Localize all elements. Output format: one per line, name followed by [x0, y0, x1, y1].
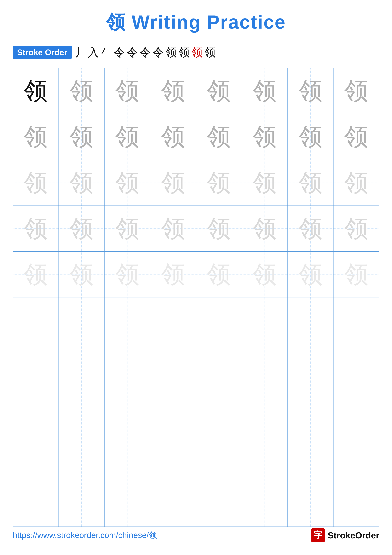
practice-char: 领 [334, 171, 379, 195]
grid-cell: 领 [104, 252, 150, 297]
grid-cell: 领 [59, 160, 105, 206]
grid-cell[interactable] [104, 389, 150, 435]
grid-cell[interactable] [104, 297, 150, 343]
grid-cell[interactable] [196, 343, 242, 389]
grid-cell[interactable] [333, 297, 379, 343]
practice-char: 领 [150, 171, 196, 195]
grid-cell[interactable] [104, 343, 150, 389]
title-text: Writing Practice [126, 11, 286, 33]
grid-cell: 领 [288, 68, 334, 114]
grid-cell[interactable] [13, 435, 59, 481]
grid-cell: 领 [13, 252, 59, 297]
grid-cell: 领 [150, 68, 196, 114]
grid-cell[interactable] [196, 435, 242, 481]
grid-cell[interactable] [150, 389, 196, 435]
practice-char: 领 [242, 171, 287, 195]
page-title: 领 Writing Practice [13, 9, 379, 35]
grid-cell[interactable] [333, 481, 379, 527]
grid-cell[interactable] [242, 297, 288, 343]
practice-char: 领 [59, 125, 104, 149]
grid-cell[interactable] [104, 435, 150, 481]
footer-url[interactable]: https://www.strokeorder.com/chinese/领 [13, 530, 157, 541]
grid-cell: 领 [196, 114, 242, 160]
practice-char: 领 [196, 79, 242, 103]
practice-char: 领 [150, 263, 196, 286]
grid-row [13, 297, 379, 343]
grid-row: 领 领 领 领 领 领 领 领 [13, 206, 379, 252]
practice-grid: 领 领 领 领 领 领 领 领 领 领 领 领 领 领 领 领 [13, 68, 379, 527]
grid-cell: 领 [13, 114, 59, 160]
practice-char: 领 [105, 217, 150, 241]
practice-char: 领 [13, 217, 58, 241]
grid-cell[interactable] [288, 389, 334, 435]
grid-cell[interactable] [59, 481, 105, 527]
stroke-8: 领 [165, 45, 177, 60]
grid-cell[interactable] [150, 343, 196, 389]
grid-cell: 领 [104, 206, 150, 252]
grid-cell[interactable] [104, 481, 150, 527]
grid-cell[interactable] [242, 389, 288, 435]
practice-char: 领 [334, 125, 379, 149]
practice-char: 领 [105, 171, 150, 195]
stroke-5: 令 [127, 45, 138, 60]
grid-cell: 领 [196, 68, 242, 114]
grid-cell[interactable] [59, 297, 105, 343]
practice-char: 领 [196, 217, 242, 241]
grid-cell[interactable] [150, 297, 196, 343]
practice-char: 领 [105, 263, 150, 286]
grid-row [13, 481, 379, 527]
practice-char: 领 [334, 263, 379, 286]
grid-cell[interactable] [242, 435, 288, 481]
grid-cell[interactable] [288, 481, 334, 527]
grid-cell: 领 [196, 206, 242, 252]
practice-char: 领 [196, 125, 242, 149]
grid-cell: 领 [196, 252, 242, 297]
stroke-6: 令 [139, 45, 151, 60]
practice-char: 领 [242, 79, 287, 103]
practice-char: 领 [105, 125, 150, 149]
grid-cell[interactable] [196, 481, 242, 527]
grid-cell[interactable] [13, 481, 59, 527]
grid-row: 领 领 领 领 领 领 领 领 [13, 160, 379, 206]
practice-char: 领 [196, 263, 242, 286]
grid-cell[interactable] [288, 297, 334, 343]
practice-char: 领 [59, 217, 104, 241]
grid-cell[interactable] [242, 343, 288, 389]
grid-cell[interactable] [333, 435, 379, 481]
grid-cell: 领 [13, 68, 59, 114]
grid-cell[interactable] [59, 343, 105, 389]
grid-row [13, 343, 379, 389]
grid-cell[interactable] [242, 481, 288, 527]
stroke-order-badge: Stroke Order [13, 46, 72, 59]
grid-cell: 领 [242, 68, 288, 114]
grid-cell[interactable] [288, 435, 334, 481]
grid-cell: 领 [104, 114, 150, 160]
grid-cell: 领 [288, 114, 334, 160]
grid-cell[interactable] [196, 297, 242, 343]
grid-cell: 领 [13, 206, 59, 252]
grid-cell[interactable] [333, 389, 379, 435]
grid-cell: 领 [288, 160, 334, 206]
practice-char: 领 [242, 263, 287, 286]
grid-cell[interactable] [150, 481, 196, 527]
stroke-sequence: 丿 入 𠂉 令 令 令 令 领 领 领 领 [75, 45, 216, 60]
grid-cell[interactable] [288, 343, 334, 389]
grid-cell[interactable] [150, 435, 196, 481]
grid-cell[interactable] [59, 389, 105, 435]
stroke-9: 领 [178, 45, 190, 60]
grid-cell: 领 [288, 206, 334, 252]
grid-cell[interactable] [196, 389, 242, 435]
title-char: 领 [106, 11, 126, 33]
grid-cell: 领 [333, 68, 379, 114]
practice-char: 领 [242, 125, 287, 149]
practice-char: 领 [288, 263, 333, 286]
grid-cell[interactable] [13, 297, 59, 343]
grid-cell[interactable] [13, 389, 59, 435]
grid-cell[interactable] [13, 343, 59, 389]
practice-char: 领 [334, 217, 379, 241]
practice-char: 领 [105, 79, 150, 103]
grid-cell[interactable] [333, 343, 379, 389]
grid-cell: 领 [150, 252, 196, 297]
grid-cell[interactable] [59, 435, 105, 481]
grid-row [13, 389, 379, 435]
